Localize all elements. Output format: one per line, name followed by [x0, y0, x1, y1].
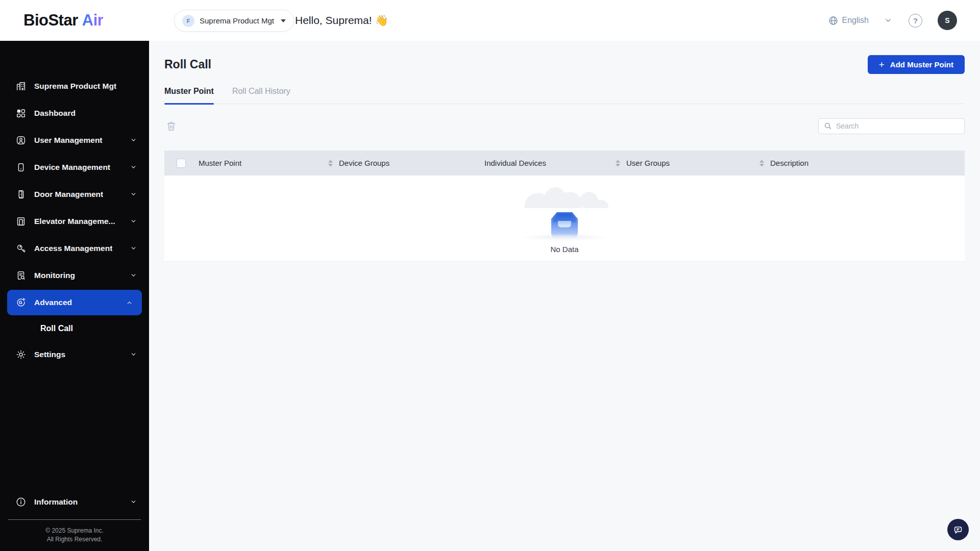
sidebar-divider: [8, 519, 141, 520]
sort-icon[interactable]: [616, 160, 620, 167]
sidebar-item-label: Suprema Product Mgt: [34, 82, 116, 91]
copyright-line-2: All Rights Reserved.: [0, 535, 149, 544]
door-icon: [15, 189, 27, 200]
sidebar-subitem-roll-call[interactable]: Roll Call: [0, 316, 149, 341]
logo-text-biostar: BioStar: [23, 11, 78, 29]
muster-point-table: Muster Point Device Groups Individual De…: [164, 151, 965, 262]
advanced-icon: [15, 297, 27, 308]
column-label: Device Groups: [339, 159, 389, 167]
greeting-text: Hello, Suprema! 👋: [295, 14, 388, 27]
chat-support-button[interactable]: [947, 519, 969, 540]
sidebar-item-label: User Management: [34, 136, 103, 145]
sidebar-item-dashboard[interactable]: Dashboard: [0, 99, 149, 127]
sidebar-item-label: Dashboard: [34, 109, 76, 118]
sidebar-item-label: Advanced: [34, 298, 72, 307]
tab-bar: Muster Point Roll Call History: [164, 87, 965, 104]
dashboard-icon: [15, 108, 27, 119]
add-muster-point-label: Add Muster Point: [890, 60, 953, 69]
logo-text-air: Air: [82, 11, 104, 29]
search-icon: [824, 122, 832, 130]
sidebar-item-label: Door Management: [34, 190, 103, 199]
user-icon: [15, 135, 27, 146]
chevron-up-icon: [126, 299, 133, 306]
table-header-row: Muster Point Device Groups Individual De…: [164, 151, 965, 176]
sidebar-item-label: Device Management: [34, 163, 110, 172]
plus-icon: +: [879, 60, 885, 69]
add-muster-point-button[interactable]: + Add Muster Point: [868, 55, 965, 74]
sidebar-item-label: Access Management: [34, 244, 112, 253]
organization-selector[interactable]: F Suprema Product Mgt: [174, 10, 294, 32]
search-box: [818, 118, 965, 134]
sidebar-item-label: Monitoring: [34, 271, 75, 280]
column-header-muster-point[interactable]: Muster Point: [199, 151, 339, 176]
copyright-line-1: © 2025 Suprema Inc.: [0, 527, 149, 535]
column-header-description[interactable]: Description: [770, 151, 965, 176]
app-logo: BioStarAir: [23, 11, 103, 30]
sidebar-item-door-management[interactable]: Door Management: [0, 181, 149, 208]
sort-icon[interactable]: [760, 160, 764, 167]
monitoring-icon: [15, 270, 27, 281]
topbar-actions: English ? S: [828, 0, 957, 41]
chevron-down-icon: [130, 191, 137, 197]
elevator-icon: [15, 216, 27, 227]
chevron-down-icon: [130, 498, 137, 505]
copyright-text: © 2025 Suprema Inc. All Rights Reserved.: [0, 527, 149, 544]
empty-state-text: No Data: [164, 245, 965, 254]
chevron-down-icon: [130, 218, 137, 224]
chevron-down-icon: [130, 272, 137, 279]
delete-button[interactable]: [164, 119, 178, 133]
empty-state-shadow: [520, 234, 609, 241]
tab-muster-point[interactable]: Muster Point: [164, 87, 214, 104]
sidebar-nav: Suprema Product Mgt Dashboard User Manag…: [0, 41, 149, 368]
chevron-down-icon: [130, 245, 137, 252]
chevron-down-icon: [130, 351, 137, 358]
help-button[interactable]: ?: [909, 14, 922, 28]
page-title: Roll Call: [164, 58, 211, 71]
sidebar-item-access-management[interactable]: Access Management: [0, 235, 149, 262]
topbar: BioStarAir F Suprema Product Mgt Hello, …: [0, 0, 980, 41]
sidebar-item-advanced[interactable]: Advanced: [7, 290, 142, 315]
column-header-individual-devices[interactable]: Individual Devices: [484, 151, 626, 176]
empty-state-clouds: [508, 183, 621, 214]
column-label: Muster Point: [199, 159, 241, 167]
info-icon: [15, 496, 27, 508]
sort-icon[interactable]: [328, 160, 333, 167]
sidebar-item-label: Settings: [34, 350, 65, 359]
search-input[interactable]: [836, 122, 959, 130]
language-label: English: [842, 16, 869, 25]
device-icon: [15, 162, 27, 173]
organization-name: Suprema Product Mgt: [200, 16, 274, 25]
column-header-device-groups[interactable]: Device Groups: [339, 151, 484, 176]
column-header-user-groups[interactable]: User Groups: [626, 151, 770, 176]
chevron-down-icon[interactable]: [884, 16, 892, 24]
trash-icon: [165, 120, 177, 132]
page-header: Roll Call + Add Muster Point: [164, 55, 965, 74]
building-icon: [15, 81, 27, 92]
chevron-down-icon: [130, 164, 137, 170]
main-content: Roll Call + Add Muster Point Muster Poin…: [149, 41, 980, 551]
sidebar-item-monitoring[interactable]: Monitoring: [0, 262, 149, 289]
chat-bubble-icon: [952, 524, 964, 535]
language-selector[interactable]: English: [828, 15, 869, 26]
sidebar-item-label: Elevator Manageme...: [34, 217, 115, 226]
sidebar: Suprema Product Mgt Dashboard User Manag…: [0, 41, 149, 551]
sidebar-item-device-management[interactable]: Device Management: [0, 154, 149, 181]
sidebar-item-elevator-management[interactable]: Elevator Manageme...: [0, 208, 149, 235]
table-body-empty-state: No Data: [164, 176, 965, 262]
sidebar-item-information[interactable]: Information: [0, 488, 149, 515]
user-avatar[interactable]: S: [938, 11, 957, 30]
column-label: Description: [770, 159, 808, 167]
sidebar-item-settings[interactable]: Settings: [0, 341, 149, 368]
gear-icon: [15, 349, 27, 360]
sidebar-item-user-management[interactable]: User Management: [0, 127, 149, 154]
globe-icon: [828, 15, 839, 26]
question-mark-glyph: ?: [913, 16, 918, 25]
sidebar-item-suprema-product-mgt[interactable]: Suprema Product Mgt: [0, 72, 149, 99]
column-label: Individual Devices: [484, 159, 546, 167]
chevron-down-icon: [130, 137, 137, 143]
select-all-cell: [164, 151, 199, 176]
select-all-checkbox[interactable]: [177, 159, 186, 168]
tab-roll-call-history[interactable]: Roll Call History: [232, 87, 290, 104]
sidebar-item-label: Information: [34, 497, 78, 507]
organization-badge: F: [182, 15, 194, 27]
